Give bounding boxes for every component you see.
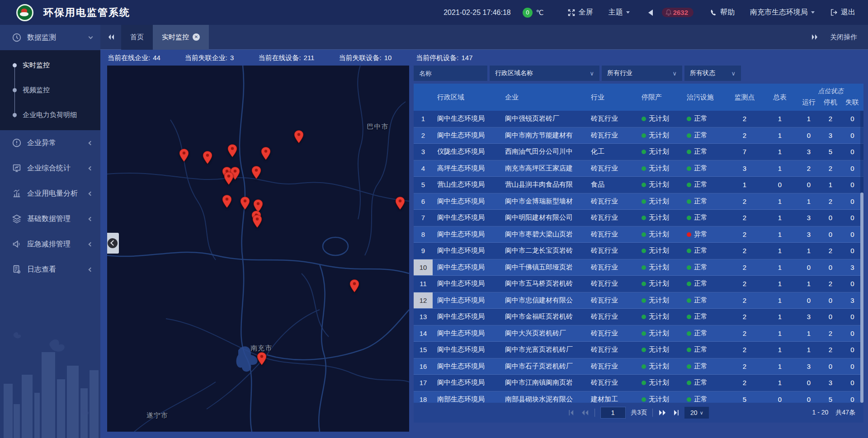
help-button[interactable]: 帮助	[710, 8, 735, 17]
table-row[interactable]: 8 阆中生态环境局 阆中市枣碧大梁山页岩 砖瓦行业 无计划 异常 2 1 3 0…	[414, 226, 863, 243]
row-monitor-count: 2	[727, 231, 762, 238]
sidebar-item-power-load-detail[interactable]: 企业电力负荷明细	[0, 103, 100, 127]
status-dot-icon	[687, 133, 691, 138]
table-row[interactable]: 1 阆中生态环境局 阆中强锐页岩砖厂 砖瓦行业 无计划 正常 2 1 1 2 0	[414, 111, 863, 127]
table-row[interactable]: 11 阆中生态环境局 阆中市五马桥页岩机砖 砖瓦行业 无计划 正常 2 1 1 …	[414, 276, 863, 292]
row-halt-count: 2	[820, 165, 841, 172]
org-label: 南充市生态环境局	[750, 8, 808, 17]
map-pin[interactable]	[203, 151, 212, 164]
row-industry: 砖瓦行业	[586, 114, 637, 123]
region-filter-select[interactable]: 行政区域名称∨	[490, 66, 599, 81]
map-pin[interactable]	[241, 197, 250, 210]
row-facility-status: 正常	[682, 164, 727, 173]
tab-realtime-monitor[interactable]: 实时监控	[153, 25, 209, 50]
map-pin[interactable]	[252, 215, 262, 228]
map-pin[interactable]	[228, 144, 237, 157]
map-pin[interactable]	[222, 195, 232, 208]
map-pin[interactable]	[294, 130, 304, 143]
status-dot-icon	[687, 150, 691, 154]
app-root: 环保用电监管系统 2021-02-25 17:46:18 0 ℃ 全屏 主题 2	[0, 0, 868, 438]
table-row[interactable]: 12 阆中生态环境局 阆中市忠信建材有限公 砖瓦行业 无计划 正常 2 1 0 …	[414, 292, 863, 309]
row-monitor-count: 2	[727, 330, 762, 337]
sidebar-item-realtime-monitor[interactable]: 实时监控	[0, 53, 100, 78]
table-row[interactable]: 6 阆中生态环境局 阆中市金博瑞新型墙材 砖瓦行业 无计划 正常 2 1 1 2…	[414, 193, 863, 210]
double-chevron-left-icon	[108, 34, 115, 40]
org-dropdown[interactable]: 南充市生态环境局	[750, 8, 815, 17]
map-pin[interactable]	[257, 352, 267, 365]
close-operations-dropdown[interactable]: 关闭操作	[830, 33, 857, 42]
mute-speaker-icon[interactable]	[645, 9, 653, 16]
stat-label: 当前失联企业:	[185, 54, 227, 62]
submenu-label: 企业电力负荷明细	[23, 111, 77, 119]
table-row[interactable]: 5 营山生态环境局 营山县润丰肉食品有限 食品 无计划 正常 1 0 0 1 0	[414, 177, 863, 193]
row-halt-count: 1	[820, 181, 841, 188]
map-city-label: 南充市	[250, 344, 272, 353]
industry-filter-select[interactable]: 所有行业∨	[602, 66, 682, 81]
table-row[interactable]: 2 阆中生态环境局 阆中市南方节能建材有 砖瓦行业 无计划 正常 2 1 0 3…	[414, 127, 863, 144]
row-company: 南充市高坪区王家店建	[500, 164, 586, 173]
table-row[interactable]: 15 阆中生态环境局 阆中市光富页岩机砖厂 砖瓦行业 无计划 正常 2 1 1 …	[414, 342, 863, 358]
status-dot-icon	[642, 150, 646, 154]
theme-dropdown[interactable]: 主题	[609, 8, 630, 17]
sidebar-item-power-analysis[interactable]: 企业用电量分析	[0, 181, 100, 206]
map-pin[interactable]	[261, 147, 270, 160]
sidebar-item-enterprise-statistics[interactable]: 企业综合统计	[0, 155, 100, 181]
row-stop-status: 无计划	[637, 296, 682, 305]
row-company: 营山县润丰肉食品有限	[500, 180, 586, 189]
fullscreen-button[interactable]: 全屏	[567, 8, 593, 17]
map-pin[interactable]	[179, 149, 189, 162]
name-filter-input[interactable]	[414, 66, 487, 81]
stat-offline-devices: 当前失联设备:10	[339, 54, 392, 62]
table-row[interactable]: 3 仪陇生态环境局 西南油气田分公司川中 化工 无计划 正常 7 1 3 5 0	[414, 144, 863, 160]
row-index: 15	[414, 346, 433, 353]
table-row[interactable]: 10 阆中生态环境局 阆中千佛镇五郎垭页岩 砖瓦行业 无计划 正常 2 1 0 …	[414, 259, 863, 276]
table-row[interactable]: 18 南部生态环境局 南部县砌块水泥有限公 建材加工 无计划 正常 5 0 0 …	[414, 391, 863, 403]
map-pin[interactable]	[395, 197, 405, 210]
logout-icon	[830, 9, 838, 16]
scrollbar-thumb[interactable]	[860, 193, 863, 403]
map-pin[interactable]	[224, 172, 234, 185]
map-collapse-button[interactable]	[107, 233, 119, 254]
prev-page-button[interactable]	[581, 409, 589, 416]
sidebar-item-data-monitor[interactable]: 数据监测	[0, 25, 100, 50]
row-industry: 砖瓦行业	[586, 230, 637, 239]
status-filter-select[interactable]: 所有状态∨	[684, 66, 741, 81]
sidebar-item-log-view[interactable]: 日志查看	[0, 257, 100, 282]
last-page-button[interactable]	[672, 409, 679, 416]
pagination-bar: 共3页 20 ∨ 1 - 20	[414, 403, 863, 423]
table-row[interactable]: 16 阆中生态环境局 阆中市石子页岩机砖厂 砖瓦行业 无计划 正常 2 1 3 …	[414, 358, 863, 375]
logout-button[interactable]: 退出	[830, 8, 855, 17]
table-row[interactable]: 13 阆中生态环境局 阆中市金福旺页岩机砖 砖瓦行业 无计划 正常 2 1 3 …	[414, 309, 863, 325]
table-row[interactable]: 14 阆中生态环境局 阆中大兴页岩机砖厂 砖瓦行业 无计划 正常 2 1 1 2…	[414, 325, 863, 342]
status-dot-icon	[642, 381, 646, 385]
row-stop-status: 无计划	[637, 213, 682, 222]
sidebar-item-enterprise-abnormal[interactable]: 企业异常	[0, 130, 100, 155]
sidebar-item-emergency-reduction[interactable]: 应急减排管理	[0, 231, 100, 257]
row-region: 阆中生态环境局	[433, 345, 500, 354]
map-panel[interactable]: 巴中市 南充市 遂宁市	[107, 66, 409, 432]
first-page-button[interactable]	[568, 409, 576, 416]
table-row[interactable]: 9 阆中生态环境局 阆中市二龙长宝页岩砖 砖瓦行业 无计划 正常 2 1 1 2…	[414, 243, 863, 259]
row-run-count: 0	[798, 264, 820, 271]
row-halt-count: 5	[820, 148, 841, 155]
next-page-button[interactable]	[658, 409, 666, 416]
map-pin[interactable]	[251, 166, 261, 179]
row-stop-status: 无计划	[637, 180, 682, 189]
status-dot-icon	[642, 133, 646, 138]
page-number-input[interactable]	[600, 407, 626, 419]
sidebar-item-base-data[interactable]: 基础数据管理	[0, 206, 100, 231]
double-chevron-right-icon[interactable]	[811, 34, 818, 40]
page-size-select[interactable]: 20 ∨	[684, 407, 709, 419]
tabs-scroll-left-button[interactable]	[108, 34, 115, 40]
notification-badge[interactable]: 2632	[662, 8, 693, 17]
close-tab-icon[interactable]	[193, 33, 200, 41]
table-row[interactable]: 17 阆中生态环境局 阆中市江南镇阆南页岩 砖瓦行业 无计划 正常 2 1 0 …	[414, 375, 863, 391]
table-row[interactable]: 4 高坪生态环境局 南充市高坪区王家店建 砖瓦行业 无计划 正常 3 1 2 2…	[414, 160, 863, 177]
sidebar-item-video-monitor[interactable]: 视频监控	[0, 78, 100, 103]
row-total-meter: 1	[762, 346, 798, 353]
status-dot-icon	[687, 183, 691, 187]
map-pin[interactable]	[350, 279, 359, 292]
table-row[interactable]: 7 阆中生态环境局 阆中明阳建材有限公司 砖瓦行业 无计划 正常 2 1 3 0…	[414, 210, 863, 226]
row-region: 阆中生态环境局	[433, 114, 500, 123]
tab-home[interactable]: 首页	[121, 25, 153, 50]
